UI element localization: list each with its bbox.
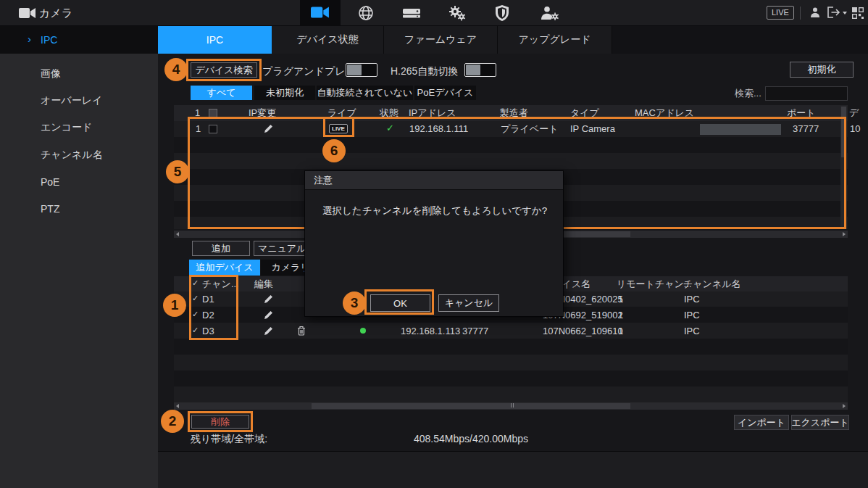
tab-device-status[interactable]: デバイス状態 — [272, 26, 384, 54]
storage-icon[interactable] — [402, 7, 421, 22]
subtab-added-device[interactable]: 追加デバイス — [189, 260, 260, 276]
cell-channel-name: IPC — [684, 293, 700, 306]
cancel-button[interactable]: キャンセル — [438, 294, 499, 312]
bandwidth-value: 408.54Mbps/420.00Mbps — [414, 432, 528, 445]
scrollbar-grip — [511, 403, 514, 408]
qr-grid-icon[interactable] — [851, 7, 864, 22]
dialog-title: 注意 — [305, 171, 563, 190]
toggle-knob — [347, 65, 362, 75]
edit-pencil-icon[interactable] — [264, 294, 273, 306]
scroll-left-icon[interactable] — [176, 232, 179, 236]
annotation-box-channel-column — [189, 275, 238, 340]
annotation-circle-2: 2 — [161, 410, 184, 433]
nvr-camera-screen: カメラ LIVE — [0, 0, 868, 488]
scrollbar-thumb[interactable] — [312, 403, 630, 409]
live-mode-badge[interactable]: LIVE — [767, 6, 794, 20]
edit-pencil-icon[interactable] — [264, 310, 273, 322]
content-bottom-margin — [158, 451, 868, 488]
sidebar-item-overlay[interactable]: オーバーレイ — [0, 87, 158, 114]
account-settings-icon[interactable] — [540, 6, 559, 22]
filter-not-auto-connected[interactable]: 自動接続されていない — [317, 86, 413, 100]
col-channel-name: チャンネル名 — [683, 278, 741, 291]
cell-port: 37777 — [462, 325, 488, 338]
delete-trash-icon[interactable] — [297, 326, 306, 338]
cell-remote-channel: 1 — [618, 325, 623, 338]
page-title: カメラ — [39, 7, 72, 20]
h265-auto-label: H.265自動切換 — [391, 65, 458, 78]
empty-row — [174, 355, 848, 371]
added-row-d3[interactable] — [174, 323, 848, 339]
camera-icon — [19, 7, 36, 21]
cell-truncated: 10 — [850, 123, 860, 136]
cell-channel-name: IPC — [684, 325, 700, 338]
camera-nav-icon — [311, 6, 330, 21]
annotation-box-device-search — [186, 59, 262, 81]
plug-and-play-toggle[interactable] — [346, 63, 377, 77]
user-icon[interactable] — [809, 7, 821, 20]
nav-camera-active[interactable] — [300, 0, 341, 26]
import-button[interactable]: インポート — [734, 415, 789, 430]
cell-device-name: 107N0662_109610 — [543, 325, 623, 338]
sidebar-item-ptz[interactable]: PTZ — [0, 195, 158, 222]
annotation-box-ok — [364, 289, 434, 315]
sidebar-item-poe[interactable]: PoE — [0, 168, 158, 195]
online-status-dot — [360, 328, 366, 334]
col-truncated: デ — [849, 107, 859, 120]
search-input[interactable] — [765, 86, 848, 101]
export-button[interactable]: エクスポート — [791, 415, 849, 430]
dialog-message: 選択したチャンネルを削除してもよろしいですか? — [322, 204, 547, 218]
search-label: 検索... — [735, 87, 761, 100]
annotation-box-live-badge — [323, 117, 354, 137]
cell-channel-name: IPC — [684, 309, 700, 322]
top-bar: カメラ LIVE — [0, 0, 868, 26]
security-shield-icon[interactable] — [495, 4, 509, 24]
col-remote-channel: リモートチャン... — [617, 278, 692, 291]
annotation-box-delete — [188, 411, 253, 432]
chevron-right-icon: › — [28, 33, 31, 46]
annotation-circle-4: 4 — [164, 58, 188, 81]
tab-firmware[interactable]: ファームウェア — [384, 26, 498, 54]
logout-icon[interactable] — [827, 7, 841, 20]
annotation-circle-3: 3 — [343, 291, 366, 315]
added-h-scrollbar[interactable] — [174, 402, 848, 410]
col-edit: 編集 — [254, 278, 273, 291]
sidebar-item-channel-name[interactable]: チャンネル名 — [0, 141, 158, 168]
scroll-right-icon[interactable] — [843, 404, 846, 408]
scroll-right-icon[interactable] — [843, 232, 846, 236]
scroll-left-icon[interactable] — [176, 404, 179, 408]
tab-ipc[interactable]: IPC — [158, 26, 272, 54]
edit-pencil-icon[interactable] — [264, 326, 273, 338]
cell-remote-channel: 1 — [618, 309, 623, 322]
topbar-divider — [800, 7, 801, 20]
sidebar-item-image[interactable]: 画像 — [0, 60, 158, 87]
network-icon[interactable] — [358, 5, 374, 23]
system-settings-icon[interactable] — [448, 5, 466, 23]
toggle-knob — [466, 65, 480, 75]
cell-ip: 192.168.1.113 — [401, 325, 460, 338]
tab-upgrade[interactable]: アップグレード — [498, 26, 612, 54]
cell-remote-channel: 1 — [618, 293, 623, 306]
bandwidth-label: 残り帯域/全帯域: — [191, 432, 267, 445]
filter-all[interactable]: すべて — [191, 86, 252, 100]
plug-and-play-label: プラグアンドプレイ — [262, 65, 356, 78]
annotation-circle-6: 6 — [322, 139, 346, 162]
annotation-circle-5: 5 — [166, 160, 189, 183]
h265-auto-toggle[interactable] — [464, 63, 496, 77]
empty-row — [174, 371, 848, 386]
logout-caret-icon[interactable] — [843, 12, 847, 15]
filter-poe-device[interactable]: PoEデバイス — [414, 86, 476, 100]
add-button[interactable]: 追加 — [192, 241, 250, 256]
sidebar-item-encode[interactable]: エンコード — [0, 114, 158, 141]
filter-uninitialized[interactable]: 未初期化 — [254, 86, 315, 100]
initialize-button[interactable]: 初期化 — [790, 62, 854, 78]
annotation-circle-1: 1 — [163, 294, 186, 317]
empty-row — [174, 386, 848, 402]
confirm-delete-dialog: 注意 選択したチャンネルを削除してもよろしいですか? OK キャンセル — [304, 170, 564, 317]
sidebar-item-ipc[interactable]: › IPC — [0, 26, 158, 54]
empty-row — [174, 339, 848, 355]
